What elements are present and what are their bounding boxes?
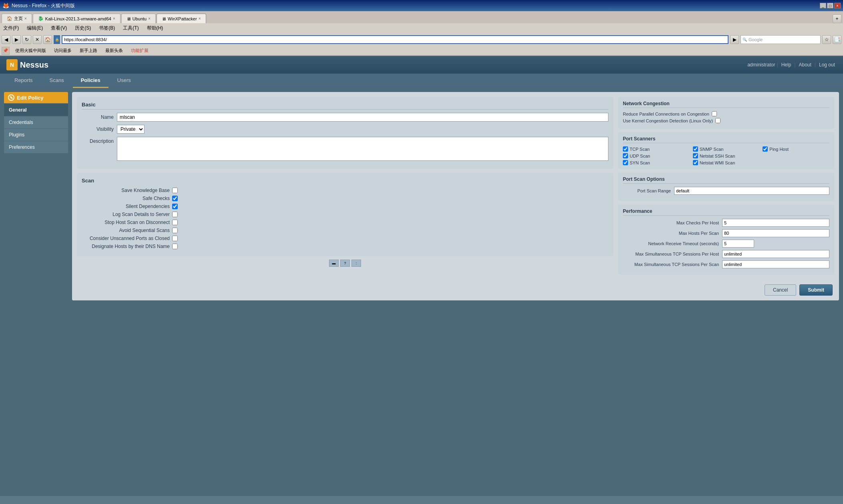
nav-reports[interactable]: Reports <box>6 74 41 88</box>
left-column: Basic Name Visibility Private Shared <box>77 97 613 275</box>
small-btn-2[interactable]: ? <box>340 260 350 267</box>
scan-log-details-checkbox[interactable] <box>172 212 178 217</box>
bookmark-new-user[interactable]: 新手上路 <box>77 47 100 54</box>
scan-save-kb-checkbox[interactable] <box>172 188 178 193</box>
stop-button[interactable]: ✕ <box>33 35 42 44</box>
max-tcp-scan-label: Max Simultaneous TCP Sessions Per Scan <box>623 262 719 267</box>
bookmark-star[interactable]: ☆ <box>822 35 831 44</box>
tab-home[interactable]: 🏠 主页 × <box>2 14 32 23</box>
bookmark-extensions[interactable]: 功能扩展 <box>128 47 151 54</box>
udp-scan-label: UDP Scan <box>630 154 650 158</box>
tab-winxp[interactable]: 🖥 WinXPattacker × <box>157 14 206 23</box>
tab-home-close[interactable]: × <box>24 16 27 21</box>
scan-dns-name-checkbox[interactable] <box>172 244 178 249</box>
scan-unscanned-ports-checkbox[interactable] <box>172 236 178 241</box>
syn-scan-checkbox[interactable] <box>623 160 628 165</box>
bookmark-latest[interactable]: 最新头条 <box>103 47 125 54</box>
maximize-button[interactable]: □ <box>827 3 833 8</box>
name-input[interactable] <box>117 113 608 122</box>
back-button[interactable]: ◀ <box>2 35 10 44</box>
tcp-scan-checkbox[interactable] <box>623 146 628 152</box>
nav-scans[interactable]: Scans <box>42 74 72 88</box>
max-hosts-label: Max Hosts Per Scan <box>623 231 719 236</box>
ping-host-item: Ping Host <box>763 146 829 152</box>
scan-avoid-seq: Avoid Sequential Scans <box>82 228 608 233</box>
udp-scan-checkbox[interactable] <box>623 153 628 158</box>
window-title: Nessus - Firefox - 火狐中间版 <box>12 2 75 9</box>
menu-file[interactable]: 文件(F) <box>2 24 20 32</box>
max-hosts-input[interactable] <box>722 229 829 237</box>
menu-bookmarks[interactable]: 书签(B) <box>97 24 116 32</box>
bookmark-btn[interactable]: 📑 <box>833 35 841 44</box>
scan-safe-checks-checkbox[interactable] <box>172 196 178 201</box>
network-timeout-input[interactable] <box>722 240 754 248</box>
sidebar-item-general[interactable]: General <box>4 104 68 116</box>
tab-winxp-close[interactable]: × <box>199 16 201 21</box>
bookmark-most-visited[interactable]: 访问最多 <box>52 47 74 54</box>
scan-safe-checks: Safe Checks <box>82 196 608 201</box>
tab-kali[interactable]: 🐉 Kali-Linux-2021.3-vmware-amd64 × <box>33 14 120 23</box>
home-button[interactable]: 🏠 <box>43 35 52 44</box>
ping-host-checkbox[interactable] <box>763 146 768 152</box>
nav-bar: ◀ ▶ ↻ ✕ 🏠 🔒 ▶ 🔍 Google ☆ 📑 <box>0 33 843 46</box>
scan-unscanned-ports: Consider Unscanned Ports as Closed <box>82 236 608 241</box>
bookmarks-icon: 📌 <box>2 47 10 55</box>
search-box[interactable]: 🔍 Google <box>741 35 821 44</box>
submit-button[interactable]: Submit <box>799 284 833 296</box>
minimize-button[interactable]: _ <box>820 3 826 8</box>
menu-edit[interactable]: 编辑(E) <box>25 24 44 32</box>
small-btn-1[interactable]: ▬ <box>329 260 339 267</box>
netstat-wmi-item: Netstat WMI Scan <box>693 160 760 165</box>
port-scan-range-input[interactable] <box>674 187 829 195</box>
menu-tools[interactable]: 工具(T) <box>121 24 140 32</box>
kernel-cong-checkbox[interactable] <box>715 118 721 123</box>
forward-button[interactable]: ▶ <box>12 35 21 44</box>
scan-avoid-seq-label: Avoid Sequential Scans <box>82 228 170 233</box>
scan-stop-disconnect-checkbox[interactable] <box>172 220 178 225</box>
sidebar-header-icon: ✎ <box>8 94 14 101</box>
snmp-scan-checkbox[interactable] <box>693 146 698 152</box>
small-btn-3[interactable]: : <box>351 260 361 267</box>
tab-kali-label: Kali-Linux-2021.3-vmware-amd64 <box>45 16 111 21</box>
nessus-logo-icon: N <box>6 59 18 70</box>
menu-view[interactable]: 查看(V) <box>49 24 68 32</box>
nav-users[interactable]: Users <box>109 74 139 88</box>
main-panel: Basic Name Visibility Private Shared <box>72 92 839 300</box>
netstat-wmi-checkbox[interactable] <box>693 160 698 165</box>
close-button[interactable]: × <box>834 3 841 8</box>
max-checks-input[interactable] <box>722 219 829 227</box>
nav-policies[interactable]: Policies <box>73 74 108 88</box>
menu-history[interactable]: 历史(S) <box>73 24 92 32</box>
port-scan-options-header: Port Scan Options <box>623 176 829 184</box>
max-tcp-scan-input[interactable] <box>722 260 829 268</box>
tab-ubuntu[interactable]: 🖥 Ubuntu × <box>121 14 156 23</box>
reload-button[interactable]: ↻ <box>22 35 31 44</box>
nav-logout-link[interactable]: Log out <box>817 61 837 68</box>
tab-ubuntu-close[interactable]: × <box>148 16 151 21</box>
right-column: Network Congestion Reduce Parallel Conne… <box>618 97 834 275</box>
cancel-button[interactable]: Cancel <box>765 284 796 296</box>
go-button[interactable]: ▶ <box>730 35 739 44</box>
nav-help-link[interactable]: Help <box>780 61 793 68</box>
sidebar-item-preferences[interactable]: Preferences <box>4 141 68 154</box>
snmp-scan-item: SNMP Scan <box>693 146 760 152</box>
netstat-ssh-checkbox[interactable] <box>693 153 698 158</box>
scan-log-details-label: Log Scan Details to Server <box>82 212 170 217</box>
tab-kali-close[interactable]: × <box>113 16 115 21</box>
scan-silent-deps-checkbox[interactable] <box>172 204 178 209</box>
sidebar-item-credentials[interactable]: Credentials <box>4 116 68 129</box>
scan-avoid-seq-checkbox[interactable] <box>172 228 178 233</box>
reduce-parallel-checkbox[interactable] <box>712 111 717 116</box>
visibility-select[interactable]: Private Shared <box>117 125 145 134</box>
description-input[interactable] <box>117 137 608 161</box>
form-area: Basic Name Visibility Private Shared <box>72 92 839 280</box>
bookmark-firefox[interactable]: 使用火狐中间版 <box>13 47 48 54</box>
max-tcp-host-input[interactable] <box>722 250 829 258</box>
syn-scan-item: SYN Scan <box>623 160 690 165</box>
url-input[interactable] <box>62 35 729 44</box>
nav-about-link[interactable]: About <box>797 61 813 68</box>
menu-help[interactable]: 帮助(H) <box>145 24 165 32</box>
new-tab-button[interactable]: + <box>833 14 841 23</box>
sidebar-item-plugins[interactable]: Plugins <box>4 129 68 141</box>
tab-ubuntu-label: Ubuntu <box>132 16 147 21</box>
